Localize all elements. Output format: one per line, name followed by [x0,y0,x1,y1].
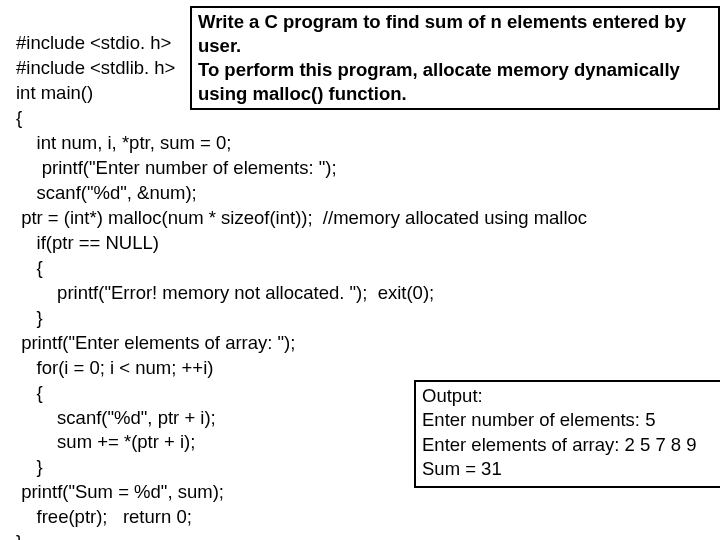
code-line: scanf("%d", &num); [16,182,197,203]
code-line: #include <stdio. h> [16,32,171,53]
code-line: } [16,307,43,328]
code-line: scanf("%d", ptr + i); [16,407,216,428]
code-line: free(ptr); return 0; [16,506,192,527]
code-line: sum += *(ptr + i); [16,431,195,452]
output-line: Sum = 31 [422,457,714,481]
code-line: { [16,257,43,278]
output-line: Enter elements of array: 2 5 7 8 9 [422,433,714,457]
output-box: Output: Enter number of elements: 5 Ente… [414,380,720,488]
output-line: Output: [422,384,714,408]
output-line: Enter number of elements: 5 [422,408,714,432]
code-line: int num, i, *ptr, sum = 0; [16,132,231,153]
prompt-line: using malloc() function. [198,82,712,106]
code-line: printf("Sum = %d", sum); [16,481,224,502]
code-line: #include <stdlib. h> [16,57,175,78]
prompt-line: To perform this program, allocate memory… [198,58,712,82]
code-line: } [16,456,43,477]
code-line: { [16,382,43,403]
prompt-box: Write a C program to find sum of n eleme… [190,6,720,110]
code-line: printf("Error! memory not allocated. ");… [16,282,434,303]
code-line: { [16,107,22,128]
code-line: } [16,531,22,540]
prompt-line: Write a C program to find sum of n eleme… [198,10,712,58]
code-line: printf("Enter elements of array: "); [16,332,295,353]
code-line: ptr = (int*) malloc(num * sizeof(int)); … [16,207,587,228]
code-line: int main() [16,82,93,103]
code-line: printf("Enter number of elements: "); [16,157,337,178]
code-line: if(ptr == NULL) [16,232,159,253]
code-line: for(i = 0; i < num; ++i) [16,357,213,378]
